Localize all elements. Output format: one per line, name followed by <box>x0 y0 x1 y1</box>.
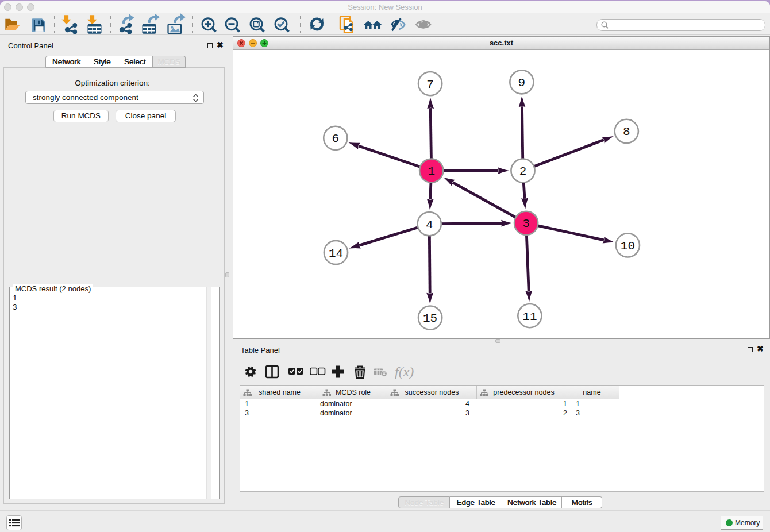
svg-text:11: 11 <box>522 310 537 323</box>
svg-text:9: 9 <box>518 76 526 90</box>
svg-text:3: 3 <box>522 217 530 230</box>
svg-text:1: 1 <box>428 165 435 178</box>
svg-text:8: 8 <box>623 125 630 138</box>
svg-text:7: 7 <box>426 78 434 91</box>
svg-text:6: 6 <box>332 132 339 145</box>
svg-text:4: 4 <box>426 218 433 232</box>
svg-text:14: 14 <box>329 247 343 260</box>
svg-text:f(x): f(x) <box>395 364 414 379</box>
svg-text:10: 10 <box>621 240 635 253</box>
svg-text:15: 15 <box>423 312 437 325</box>
svg-text:2: 2 <box>519 165 527 178</box>
